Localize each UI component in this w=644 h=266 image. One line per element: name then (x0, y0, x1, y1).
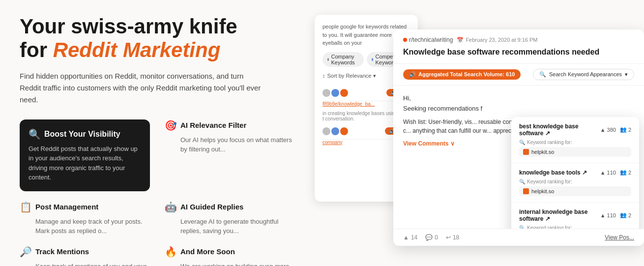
ranking-icon: 🔍 (519, 179, 525, 184)
hero-title: Your swiss-army knife for Reddit Marketi… (20, 15, 295, 62)
keyword-text: internal knowledge base software ↗ (519, 208, 600, 222)
post-title: Knowledge base software recommendations … (403, 47, 634, 58)
domain-favicon (523, 188, 529, 194)
feature-track-mentions: 🔎 Track Mentions Keep track of mentions … (20, 246, 150, 266)
dropdown-stats: ▲ 380 👥 2 (600, 126, 631, 133)
post-date: 📅 February 23, 2020 at 9:16 PM (457, 37, 537, 43)
avatar (331, 127, 339, 135)
dropdown-item[interactable]: knowledge base tools ↗ ▲ 110 👥 2 (511, 163, 639, 203)
ai-relevance-icon: 🎯 (165, 119, 176, 131)
people-stat: 👥 2 (620, 169, 631, 176)
feature-header: 🎯 AI Relevance Filter (165, 119, 295, 131)
comment-icon: 💬 (425, 234, 433, 241)
post-footer: ▲ 14 💬 0 ↩ 18 View Pos... (393, 229, 644, 246)
feature-more-soon: 🔥 And More Soon We are working on buildi… (165, 246, 295, 266)
search-volume-badge: 🔊 Aggregated Total Search Volume: 610 (403, 69, 521, 80)
ranking-icon: 🔍 (519, 140, 525, 145)
list-item-left (322, 127, 349, 135)
boost-icon: 🔍 (29, 128, 40, 140)
company-keywords-tab[interactable]: Company Keywords (322, 52, 364, 67)
dropdown-item-header: knowledge base tools ↗ ▲ 110 👥 2 (519, 169, 631, 176)
keyword-dropdown: best knowledge base software ↗ ▲ 380 👥 2 (511, 117, 639, 229)
chevron-down-icon: ∨ (450, 140, 455, 147)
upvote-stat: ▲ 380 (600, 127, 616, 133)
avatars (322, 89, 349, 97)
feature-boost-visibility: 🔍 Boost Your Visibility Get Reddit posts… (20, 119, 150, 191)
volume-icon: 🔊 (409, 71, 416, 78)
avatar (340, 127, 348, 135)
calendar-icon: 📅 (457, 37, 464, 43)
dropdown-stats: ▲ 110 👥 2 (600, 169, 631, 176)
upvote-icon: ▲ (600, 127, 606, 133)
keyword-ranking-label: 🔍 Keyword ranking for: (519, 140, 631, 145)
keyword-ranking-label: 🔍 Keyword ranking for: (519, 179, 631, 184)
people-icon: 👥 (620, 212, 627, 218)
upvote-stat: ▲ 110 (600, 170, 616, 176)
avatar (322, 127, 330, 135)
people-icon: 👥 (620, 126, 627, 133)
main-card-header: r/technicalwriting 📅 February 23, 2020 a… (393, 30, 644, 64)
main-card-toolbar: 🔊 Aggregated Total Search Volume: 610 🔍 … (393, 64, 644, 86)
avatar (340, 89, 348, 97)
feature-header: 🤖 AI Guided Replies (165, 201, 295, 213)
view-post-link[interactable]: View Pos... (605, 234, 634, 241)
chevron-down-icon: ▾ (625, 71, 628, 78)
upvote-stat: ▲ 110 (600, 212, 616, 218)
subreddit-badge: r/technicalwriting (403, 36, 453, 43)
feature-desc: Get Reddit posts that actually show up i… (29, 144, 141, 182)
domain-badge: helpkit.so (519, 186, 631, 196)
keyword-ranking-label: 🔍 Keyword ranking for: (519, 225, 631, 229)
post-hi: Hi, (403, 93, 634, 104)
feature-post-management: 📋 Post Management Manage and keep track … (20, 201, 150, 236)
right-panel: people google for keywords related to yo… (315, 15, 644, 251)
left-panel: Your swiss-army knife for Reddit Marketi… (20, 15, 295, 266)
dropdown-item-header: internal knowledge base software ↗ ▲ 110… (519, 208, 631, 222)
upvote-icon: ▲ (600, 212, 606, 218)
upvote-stat: ▲ 14 (403, 234, 417, 241)
search-keyword-button[interactable]: 🔍 Search Keyword Appearances ▾ (533, 69, 634, 80)
feature-header: 🔎 Track Mentions (20, 246, 150, 258)
feature-desc: Manage and keep track of your posts. Mar… (20, 217, 150, 236)
post-seeking: Seeking recommendations f (403, 104, 634, 114)
feature-title: Boost Your Visibility (44, 130, 120, 139)
ai-replies-icon: 🤖 (165, 201, 176, 213)
upvote-icon: ▲ (403, 234, 409, 241)
track-mentions-icon: 🔎 (20, 246, 31, 258)
main-card-body: Hi, Seeking recommendations f Wish list:… (393, 86, 644, 229)
subreddit-dot (403, 38, 407, 42)
comment-stat: 💬 0 (425, 234, 438, 241)
domain-badge: helpkit.so (519, 147, 631, 157)
dropdown-item[interactable]: best knowledge base software ↗ ▲ 380 👥 2 (511, 117, 639, 163)
avatar (331, 89, 339, 97)
dropdown-item-header: best knowledge base software ↗ ▲ 380 👥 2 (519, 123, 631, 137)
more-soon-icon: 🔥 (165, 246, 176, 258)
subreddit-info: r/technicalwriting 📅 February 23, 2020 a… (403, 36, 634, 43)
feature-desc: Keep track of mentions of you and your c… (20, 262, 150, 266)
features-grid: 🔍 Boost Your Visibility Get Reddit posts… (20, 119, 295, 266)
avatar (322, 89, 330, 97)
people-icon: 👥 (620, 169, 627, 176)
people-stat: 👥 2 (620, 126, 631, 133)
upvote-icon: ▲ (600, 170, 606, 176)
feature-title: Track Mentions (35, 247, 89, 256)
feature-header: 🔍 Boost Your Visibility (29, 128, 141, 140)
avatars (322, 127, 349, 135)
feature-title: Post Management (35, 203, 98, 211)
feature-desc: We are working on building even more pow… (165, 262, 295, 266)
reply-stat: ↩ 18 (446, 234, 459, 241)
keyword-text: best knowledge base software ↗ (519, 123, 600, 137)
feature-ai-replies: 🤖 AI Guided Replies Leverage AI to gener… (165, 201, 295, 236)
keyword-text: knowledge base tools ↗ (519, 169, 587, 176)
feature-title: AI Relevance Filter (180, 121, 246, 129)
domain-favicon (523, 149, 529, 155)
subreddit-name: r/technicalwriting (409, 36, 453, 43)
list-item-left (322, 89, 349, 97)
ranking-icon: 🔍 (519, 225, 525, 229)
main-card: r/technicalwriting 📅 February 23, 2020 a… (393, 30, 644, 246)
feature-title: And More Soon (180, 247, 235, 256)
search-icon: 🔍 (539, 71, 546, 78)
dropdown-item[interactable]: internal knowledge base software ↗ ▲ 110… (511, 203, 639, 229)
people-stat: 👥 2 (620, 212, 631, 218)
feature-ai-relevance: 🎯 AI Relevance Filter Our AI helps you f… (165, 119, 295, 191)
dropdown-stats: ▲ 110 👥 2 (600, 212, 631, 218)
